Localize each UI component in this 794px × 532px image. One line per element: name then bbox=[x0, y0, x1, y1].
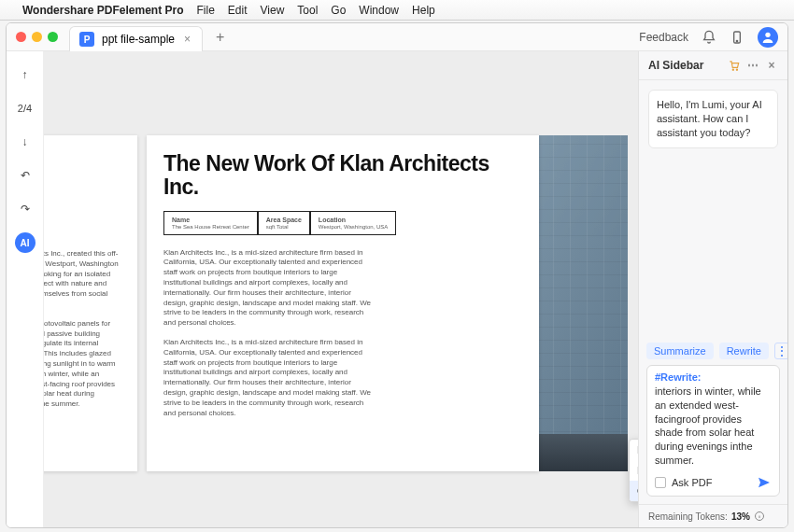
zoom-icon[interactable] bbox=[48, 32, 58, 42]
cart-icon[interactable] bbox=[728, 59, 741, 72]
left-paragraph-1: Klan Architects Inc., created this off-g… bbox=[44, 249, 126, 310]
more-menu-popup: Proofread Explain Custom bbox=[629, 439, 638, 502]
svg-point-1 bbox=[736, 40, 737, 41]
composer-tag: #Rewrite: bbox=[655, 371, 772, 383]
page-indicator: 2/4 bbox=[14, 98, 36, 119]
ai-greeting: Hello, I'm Lumi, your AI assistant. How … bbox=[648, 90, 778, 148]
mac-menubar: Wondershare PDFelement Pro File Edit Vie… bbox=[0, 0, 794, 21]
undo-button[interactable]: ↶ bbox=[14, 165, 36, 186]
app-window: P ppt file-sample × + Feedback ↑ 2/4 ↓ ↶… bbox=[6, 22, 788, 528]
svg-point-4 bbox=[736, 69, 737, 70]
ai-sidebar: AI Sidebar ⋯ × Hello, I'm Lumi, your AI … bbox=[638, 51, 787, 527]
paragraph-1: Klan Architects Inc., is a mid-sized arc… bbox=[163, 248, 372, 329]
sidebar-header: AI Sidebar ⋯ × bbox=[639, 51, 787, 80]
svg-point-2 bbox=[765, 32, 770, 36]
close-icon[interactable] bbox=[16, 32, 26, 42]
page-up-button[interactable]: ↑ bbox=[14, 64, 36, 85]
redo-button[interactable]: ↷ bbox=[14, 199, 36, 219]
close-sidebar-icon[interactable]: × bbox=[765, 59, 778, 72]
bell-icon[interactable] bbox=[702, 30, 716, 45]
tab-close-icon[interactable]: × bbox=[182, 33, 192, 46]
quick-actions: Summarize Rewrite ⋮ bbox=[639, 343, 787, 365]
menu-item-custom[interactable]: Custom bbox=[630, 481, 638, 501]
new-tab-button[interactable]: + bbox=[216, 29, 224, 46]
composer-text[interactable]: interiors in winter, while an extended w… bbox=[655, 385, 772, 468]
document-canvas[interactable]: Klan Architects Inc., created this off-g… bbox=[44, 51, 638, 527]
paragraph-2: Klan Architects Inc., is a mid-sized arc… bbox=[163, 338, 372, 418]
menu-item-proofread[interactable]: Proofread bbox=[630, 440, 638, 460]
sidebar-footer: Remaining Tokens: 13% bbox=[639, 504, 787, 527]
device-icon[interactable] bbox=[730, 30, 744, 45]
pdf-icon: P bbox=[79, 32, 94, 47]
chip-rewrite[interactable]: Rewrite bbox=[719, 343, 769, 359]
tokens-label: Remaining Tokens: bbox=[648, 511, 728, 522]
app-name[interactable]: Wondershare PDFelement Pro bbox=[22, 4, 184, 17]
ask-pdf-checkbox[interactable] bbox=[655, 477, 666, 488]
send-icon[interactable] bbox=[757, 475, 772, 490]
document-tab[interactable]: P ppt file-sample × bbox=[69, 26, 203, 52]
page-right: The New Work Of Klan Architects Inc. Nam… bbox=[147, 135, 539, 471]
menu-item-explain[interactable]: Explain bbox=[630, 460, 638, 481]
tokens-pct: 13% bbox=[731, 511, 750, 522]
composer[interactable]: #Rewrite: interiors in winter, while an … bbox=[646, 365, 780, 497]
menu-window[interactable]: Window bbox=[359, 4, 399, 17]
svg-point-3 bbox=[732, 69, 733, 70]
page-left: Klan Architects Inc., created this off-g… bbox=[44, 135, 137, 471]
chip-more-button[interactable]: ⋮ bbox=[774, 343, 788, 359]
menu-help[interactable]: Help bbox=[412, 4, 435, 17]
ai-button[interactable]: AI bbox=[15, 232, 35, 253]
chip-summarize[interactable]: Summarize bbox=[646, 343, 714, 359]
avatar[interactable] bbox=[758, 27, 778, 48]
doc-heading: The New Work Of Klan Architects Inc. bbox=[163, 152, 522, 200]
titlebar: P ppt file-sample × + Feedback bbox=[7, 23, 787, 51]
menu-tool[interactable]: Tool bbox=[297, 4, 318, 17]
minimize-icon[interactable] bbox=[32, 32, 42, 42]
sidebar-title: AI Sidebar bbox=[648, 59, 703, 72]
menu-file[interactable]: File bbox=[197, 4, 215, 17]
feedback-button[interactable]: Feedback bbox=[639, 31, 688, 44]
info-icon[interactable] bbox=[754, 511, 765, 522]
page-down-button[interactable]: ↓ bbox=[14, 132, 36, 152]
menu-go[interactable]: Go bbox=[331, 4, 346, 17]
left-rail: ↑ 2/4 ↓ ↶ ↷ AI bbox=[7, 51, 44, 527]
info-grid: NameThe Sea House Retreat Center Area Sp… bbox=[163, 211, 522, 235]
more-icon[interactable]: ⋯ bbox=[746, 59, 759, 72]
tab-title: ppt file-sample bbox=[102, 33, 175, 46]
ask-pdf-label: Ask PDF bbox=[672, 477, 712, 488]
menu-edit[interactable]: Edit bbox=[228, 4, 248, 17]
traffic-lights bbox=[16, 32, 58, 42]
menu-view[interactable]: View bbox=[261, 4, 285, 17]
left-paragraph-2: It relies on photovoltaic panels for ele… bbox=[44, 319, 126, 410]
